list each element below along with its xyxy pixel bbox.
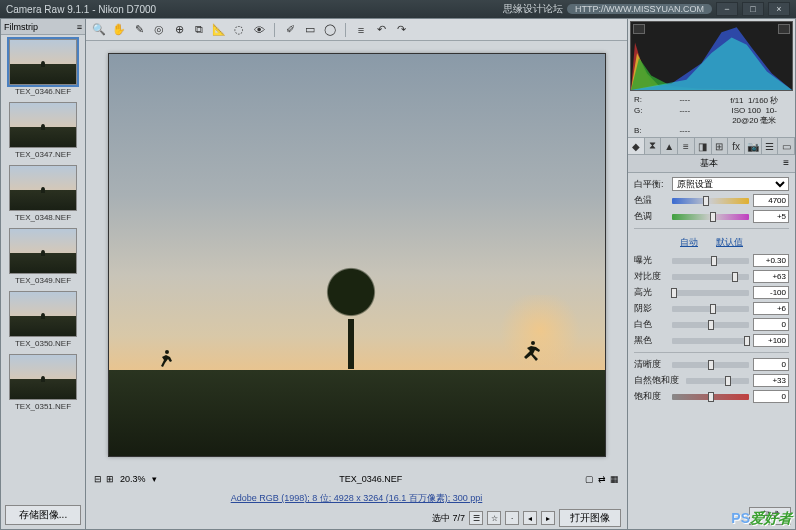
redeye-tool-icon[interactable]: 👁: [252, 23, 266, 37]
tab-curve[interactable]: ⧗: [645, 138, 662, 154]
color-sampler-icon[interactable]: ◎: [152, 23, 166, 37]
tab-camera[interactable]: 📷: [745, 138, 762, 154]
watermark-ps: PS: [731, 510, 750, 526]
wb-tool-icon[interactable]: ✎: [132, 23, 146, 37]
thumbnail-item[interactable]: TEX_0346.NEF: [5, 39, 81, 96]
window-minimize-button[interactable]: −: [716, 2, 738, 16]
grid-icon[interactable]: ▦: [610, 474, 619, 484]
window-maximize-button[interactable]: □: [742, 2, 764, 16]
prefs-icon[interactable]: ≡: [354, 23, 368, 37]
rating-button[interactable]: ☆: [487, 511, 501, 525]
saturation-slider[interactable]: [672, 394, 749, 400]
highlight-clip-icon[interactable]: [778, 24, 790, 34]
thumbnail-item[interactable]: TEX_0348.NEF: [5, 165, 81, 222]
filmstrip-menu-icon[interactable]: ≡: [77, 19, 82, 34]
clarity-slider[interactable]: [672, 362, 749, 368]
shadow-clip-icon[interactable]: [633, 24, 645, 34]
spot-removal-icon[interactable]: ◌: [232, 23, 246, 37]
rotate-ccw-icon[interactable]: ↶: [374, 23, 388, 37]
highlights-slider[interactable]: [672, 290, 749, 296]
tab-hsl[interactable]: ≡: [678, 138, 695, 154]
shadows-slider[interactable]: [672, 306, 749, 312]
zoom-out-icon[interactable]: ⊟: [94, 474, 102, 484]
zoom-percent[interactable]: 20.3%: [120, 474, 146, 484]
shadows-value[interactable]: +6: [753, 302, 789, 315]
blacks-value[interactable]: +100: [753, 334, 789, 347]
watermark-text: 爱好者: [750, 510, 792, 526]
window-close-button[interactable]: ×: [768, 2, 790, 16]
vibrance-label: 自然饱和度: [634, 374, 682, 387]
thumbnail-image: [9, 165, 77, 211]
shadows-label: 阴影: [634, 302, 668, 315]
info-g-label: G:: [634, 106, 650, 126]
target-adjust-icon[interactable]: ⊕: [172, 23, 186, 37]
whites-label: 白色: [634, 318, 668, 331]
tab-snapshots[interactable]: ▭: [778, 138, 795, 154]
tab-detail[interactable]: ▲: [661, 138, 678, 154]
straighten-tool-icon[interactable]: 📐: [212, 23, 226, 37]
thumbnail-item[interactable]: TEX_0351.NEF: [5, 354, 81, 411]
thumbnail-label: TEX_0347.NEF: [5, 150, 81, 159]
radial-filter-icon[interactable]: ◯: [323, 23, 337, 37]
tab-fx[interactable]: fx: [728, 138, 745, 154]
thumbnail-item[interactable]: TEX_0349.NEF: [5, 228, 81, 285]
histogram[interactable]: [630, 21, 793, 91]
vibrance-value[interactable]: +33: [753, 374, 789, 387]
contrast-value[interactable]: +63: [753, 270, 789, 283]
whites-slider[interactable]: [672, 322, 749, 328]
tint-slider[interactable]: [672, 214, 749, 220]
thumbnail-image: [9, 354, 77, 400]
highlights-value[interactable]: -100: [753, 286, 789, 299]
crop-tool-icon[interactable]: ⧉: [192, 23, 206, 37]
contrast-label: 对比度: [634, 270, 668, 283]
before-after-icon[interactable]: ▢: [585, 474, 594, 484]
rotate-cw-icon[interactable]: ↷: [394, 23, 408, 37]
saturation-value[interactable]: 0: [753, 390, 789, 403]
zoom-dropdown-icon[interactable]: ▾: [152, 474, 157, 484]
panel-menu-icon[interactable]: ≡: [783, 157, 789, 170]
wb-preset-select[interactable]: 原照设置: [672, 177, 789, 191]
whites-value[interactable]: 0: [753, 318, 789, 331]
open-image-button[interactable]: 打开图像: [559, 509, 621, 527]
preview-filename: TEX_0346.NEF: [339, 474, 402, 484]
site-center-text: 思缘设计论坛: [503, 2, 563, 16]
exposure-slider[interactable]: [672, 258, 749, 264]
adjustment-brush-icon[interactable]: ✐: [283, 23, 297, 37]
auto-link[interactable]: 自动: [680, 236, 698, 249]
thumbnail-label: TEX_0349.NEF: [5, 276, 81, 285]
graduated-filter-icon[interactable]: ▭: [303, 23, 317, 37]
watermark: PS爱好者: [731, 510, 792, 528]
exposure-value[interactable]: +0.30: [753, 254, 789, 267]
label-button[interactable]: ·: [505, 511, 519, 525]
temp-value[interactable]: 4700: [753, 194, 789, 207]
selection-count: 选中 7/7: [432, 512, 465, 525]
filmstrip-header: Filmstrip ≡: [1, 19, 85, 35]
tab-split[interactable]: ◨: [695, 138, 712, 154]
preview-image[interactable]: [108, 53, 606, 457]
temp-slider[interactable]: [672, 198, 749, 204]
hand-tool-icon[interactable]: ✋: [112, 23, 126, 37]
default-link[interactable]: 默认值: [716, 236, 743, 249]
thumbnail-item[interactable]: TEX_0347.NEF: [5, 102, 81, 159]
window-titlebar: Camera Raw 9.1.1 - Nikon D7000 思缘设计论坛 HT…: [0, 0, 796, 18]
vibrance-slider[interactable]: [686, 378, 749, 384]
contrast-slider[interactable]: [672, 274, 749, 280]
select-all-button[interactable]: ☰: [469, 511, 483, 525]
thumbnail-item[interactable]: TEX_0350.NEF: [5, 291, 81, 348]
preview-area: [86, 41, 627, 469]
prev-image-button[interactable]: ◂: [523, 511, 537, 525]
tab-lens[interactable]: ⊞: [712, 138, 729, 154]
thumbnail-image: [9, 228, 77, 274]
save-image-button[interactable]: 存储图像...: [5, 505, 81, 525]
tab-basic[interactable]: ◆: [628, 138, 645, 154]
zoom-tool-icon[interactable]: 🔍: [92, 23, 106, 37]
tint-value[interactable]: +5: [753, 210, 789, 223]
clarity-value[interactable]: 0: [753, 358, 789, 371]
tab-presets[interactable]: ☰: [762, 138, 779, 154]
blacks-label: 黑色: [634, 334, 668, 347]
workflow-options-link[interactable]: Adobe RGB (1998); 8 位; 4928 x 3264 (16.1…: [86, 489, 627, 507]
blacks-slider[interactable]: [672, 338, 749, 344]
next-image-button[interactable]: ▸: [541, 511, 555, 525]
zoom-in-icon[interactable]: ⊞: [106, 474, 114, 484]
swap-icon[interactable]: ⇄: [598, 474, 606, 484]
